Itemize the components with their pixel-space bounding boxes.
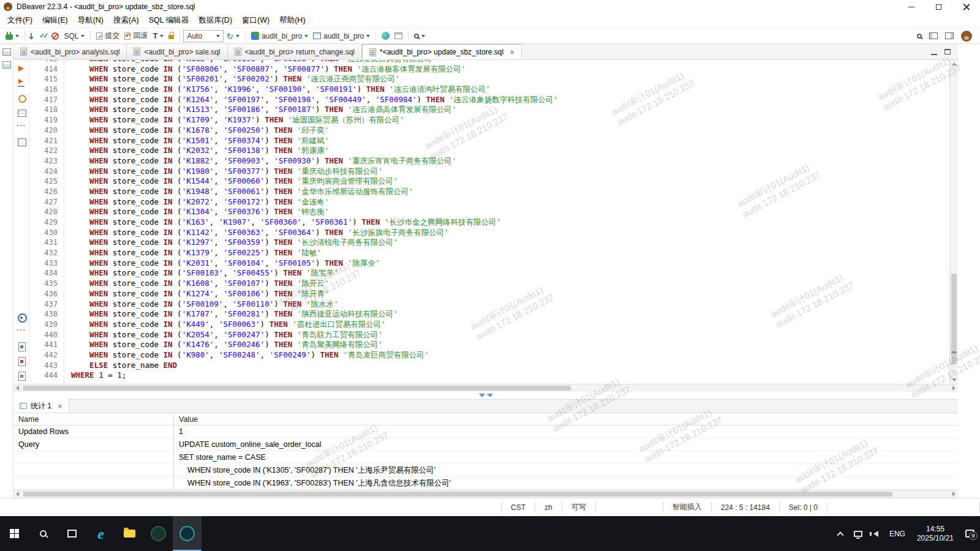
code-line[interactable]: 436 WHEN store_code IN ('K1274', 'SF0010… [29, 289, 949, 299]
tab-close-icon[interactable]: × [58, 402, 62, 410]
sql-editor[interactable]: 413 WHEN store_code IN ('K162', 'SF00195… [29, 60, 949, 384]
volume-button[interactable] [868, 516, 884, 551]
code-line[interactable]: 418 WHEN store_code IN ('K1513', 'SF0018… [29, 105, 949, 115]
code-line[interactable]: 443 ELSE store_name END [29, 361, 949, 371]
settings-gear-button[interactable] [17, 313, 26, 321]
pinned-app-1-button[interactable] [144, 516, 173, 551]
code-line[interactable]: 415 WHEN store_code IN ('SF00201', 'SF00… [29, 74, 949, 84]
board-button[interactable] [392, 31, 405, 41]
more-actions-icon[interactable] [17, 328, 26, 336]
error-doc-button[interactable] [17, 357, 26, 365]
menu-item[interactable]: 搜索(A) [108, 13, 144, 28]
code-line[interactable]: 419 WHEN store_code IN ('K1709', 'K1937'… [29, 115, 949, 126]
code-line[interactable]: 434 WHEN store_code IN ('SF00103', 'SF00… [29, 268, 949, 279]
code-line[interactable]: 424 WHEN store_code IN ('K1980', 'SF0037… [29, 167, 949, 177]
commit-button[interactable]: 提交 [94, 29, 122, 43]
code-line[interactable]: 431 WHEN store_code IN ('K1297', 'SF0035… [29, 238, 949, 248]
code-line[interactable]: 432 WHEN store_code IN ('K1379', 'SF0022… [29, 248, 949, 258]
code-line[interactable]: 414 WHEN store_code IN ('SF00806', 'SF00… [29, 64, 949, 75]
execute-script-button[interactable] [17, 79, 26, 88]
result-grid-button[interactable] [17, 108, 26, 117]
refresh-dropdown[interactable]: ↻ [224, 30, 242, 42]
code-line[interactable]: 442 WHEN store_code IN ('K980', 'SF00248… [29, 350, 949, 361]
code-line[interactable]: 427 WHEN store_code IN ('K2072', 'SF0017… [29, 197, 949, 208]
isolation-combo[interactable]: Auto [183, 30, 224, 42]
scroll-left-icon[interactable] [13, 384, 21, 392]
navigator-button[interactable] [379, 30, 392, 42]
minimize-panel-icon[interactable] [931, 54, 937, 55]
stats-row[interactable]: Updated Rows1 [13, 425, 958, 438]
editor-vertical-scrollbar[interactable] [949, 60, 958, 384]
more-actions-icon[interactable] [17, 123, 26, 132]
code-line[interactable]: 423 WHEN store_code IN ('K1882', 'SF0090… [29, 156, 949, 167]
rollback-button[interactable]: 回滚 [122, 29, 150, 43]
collapse-down-icon[interactable] [479, 394, 485, 397]
start-button[interactable] [0, 516, 29, 551]
code-line[interactable]: 425 WHEN store_code IN ('K1544', 'SF0006… [29, 176, 949, 187]
menu-item[interactable]: 数据库(D) [194, 13, 237, 28]
code-line[interactable]: 417 WHEN store_code IN ('K1264', 'SF0019… [29, 95, 949, 105]
scroll-down-icon[interactable] [950, 376, 958, 384]
code-line[interactable]: 428 WHEN store_code IN ('K1304', 'SF0037… [29, 207, 949, 217]
code-line[interactable]: 444WHERE 1 = 1; [29, 370, 949, 381]
column-header-name[interactable]: Name [13, 413, 174, 425]
minimize-button[interactable] [897, 0, 925, 13]
code-line[interactable]: 422 WHEN store_code IN ('K2032', 'SF0013… [29, 146, 949, 156]
code-line[interactable]: 429 WHEN store_code IN ('K163', 'K1907',… [29, 217, 949, 228]
explain-plan-button[interactable] [17, 94, 26, 102]
transaction-mode-dropdown[interactable]: T [150, 29, 166, 42]
dbeaver-logo-icon[interactable] [961, 31, 972, 42]
execute-sql-button[interactable] [17, 64, 26, 73]
column-header-value[interactable]: Value [174, 415, 958, 424]
maximize-button[interactable] [925, 0, 952, 13]
restore-navigator-icon[interactable] [2, 48, 11, 56]
notification-center-button[interactable]: 9 [960, 516, 980, 551]
scroll-up-icon[interactable] [950, 60, 958, 68]
output-console-button[interactable] [17, 138, 26, 146]
connection-selector[interactable]: audit_bi_pro [249, 30, 311, 42]
schema-selector[interactable]: audit_bi_pro [311, 30, 372, 42]
collapse-down-icon[interactable] [487, 394, 493, 397]
menu-item[interactable]: 文件(F) [2, 13, 37, 28]
code-line[interactable]: 439 WHEN store_code IN ('K449', 'SF00063… [29, 320, 949, 330]
code-line[interactable]: 413 WHEN store_code IN ('K162', 'SF00195… [29, 60, 949, 64]
menu-item[interactable]: 编辑(E) [37, 13, 73, 28]
vertical-scroll-thumb[interactable] [951, 274, 957, 364]
new-connection-button[interactable] [3, 30, 21, 42]
editor-tab[interactable]: <audit_bi_pro> analysis.sql [13, 44, 127, 59]
sql-mode-dropdown[interactable]: SQL [61, 30, 87, 42]
layout-right-icon[interactable] [945, 32, 954, 39]
editor-tab[interactable]: <audit_bi_pro> return_change.sql [228, 44, 362, 59]
scroll-right-icon[interactable] [950, 384, 958, 392]
code-line[interactable]: 416 WHEN store_code IN ('K1756', 'K1996'… [29, 84, 949, 95]
export-doc-button[interactable] [17, 342, 26, 351]
sync-button[interactable]: ✓✓ [37, 30, 49, 42]
scroll-right-icon[interactable] [950, 490, 958, 498]
autocommit-lock-button[interactable] [166, 31, 176, 41]
tray-expand-button[interactable] [832, 516, 848, 551]
code-line[interactable]: 430 WHEN store_code IN ('K1142', 'SF0036… [29, 228, 949, 238]
network-button[interactable] [848, 516, 868, 551]
task-view-button[interactable] [58, 516, 86, 551]
layout-left-icon[interactable] [929, 32, 938, 39]
results-horizontal-scrollbar[interactable] [13, 490, 958, 498]
horizontal-scroll-thumb[interactable] [23, 492, 892, 497]
stats-row[interactable]: SET store_name = CASE [13, 451, 958, 464]
code-line[interactable]: 420 WHEN store_code IN ('K1678', 'SF0025… [29, 126, 949, 136]
horizontal-scroll-thumb[interactable] [23, 386, 571, 391]
code-line[interactable]: 440 WHEN store_code IN ('K2054', 'SF0024… [29, 330, 949, 340]
quick-search-icon[interactable] [917, 34, 922, 39]
fetch-button[interactable] [28, 34, 37, 39]
toolbar-search-dropdown[interactable] [412, 32, 428, 40]
maximize-panel-icon[interactable] [944, 49, 951, 54]
editor-horizontal-scrollbar[interactable] [13, 384, 958, 392]
save-doc-button[interactable] [17, 372, 26, 380]
stats-row[interactable]: WHEN store_code IN ('K1963', 'SF00283') … [13, 477, 958, 490]
stats-row[interactable]: QueryUPDATE custom_online_sale_order_loc… [13, 438, 958, 451]
ie-button[interactable]: e [86, 516, 115, 551]
panel-sash[interactable] [13, 392, 958, 399]
code-line[interactable]: 438 WHEN store_code IN ('K1787', 'SF0028… [29, 309, 949, 320]
editor-tab[interactable]: *<audit_bi_pro> update_sbz_store.sql× [362, 44, 522, 59]
code-line[interactable]: 441 WHEN store_code IN ('K1476', 'SF0024… [29, 340, 949, 350]
restore-projects-icon[interactable] [2, 61, 11, 69]
